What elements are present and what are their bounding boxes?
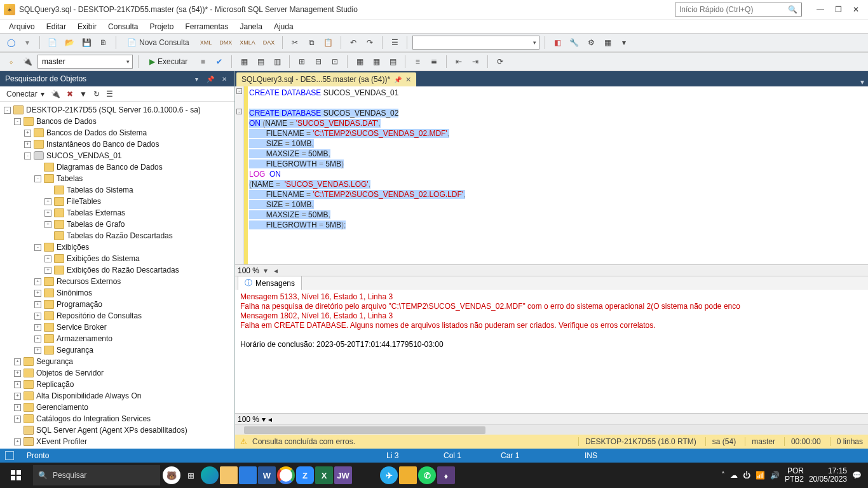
menu-projeto[interactable]: Projeto [144,21,179,32]
tree-node[interactable]: +Armazenamento [1,333,233,344]
close-button[interactable]: ✕ [848,3,864,17]
query-type3-icon[interactable]: XMLA [237,36,258,50]
minimize-button[interactable]: ― [812,3,829,17]
expand-icon[interactable]: + [14,370,21,377]
tree-node[interactable]: Diagramas de Banco de Dados [1,161,233,173]
dropdown-icon[interactable]: ▾ [191,76,201,83]
tree-node[interactable]: +Programação [1,299,233,310]
tab-left-icon[interactable]: ⇤ [452,55,466,69]
copy-icon[interactable]: ⧉ [304,36,318,50]
expand-icon[interactable]: + [34,290,41,297]
tree-node[interactable]: +Repositório de Consultas [1,310,233,322]
open-file-icon[interactable]: 📂 [62,36,77,50]
expand-icon[interactable]: + [14,416,21,423]
menu-ferramentas[interactable]: Ferramentas [180,21,233,32]
explorer-icon[interactable] [220,466,238,484]
results-grid-icon[interactable]: ⊞ [295,55,309,69]
outdent-icon[interactable]: ≡ [410,55,424,69]
pin-tab-icon[interactable]: 📌 [394,76,402,83]
menu-editar[interactable]: Editar [41,21,71,32]
tree-node[interactable]: -Exibições [1,241,233,253]
whatsapp-icon[interactable]: ✆ [418,466,436,484]
forward-button[interactable]: ▾ [20,36,34,50]
tree-node[interactable]: -Bancos de Dados [1,116,233,127]
expand-icon[interactable]: + [24,130,31,137]
connect-button[interactable]: Conectar ▾ [4,90,46,98]
expand-icon[interactable]: - [24,152,31,159]
execute-button[interactable]: ▶ Executar [144,55,193,69]
tree-node[interactable]: SQL Server Agent (Agent XPs desabilitado… [1,424,233,436]
expand-icon[interactable]: + [34,347,41,354]
refresh-tree-icon[interactable]: ↻ [92,90,101,98]
stats-icon[interactable]: ▥ [270,55,284,69]
menu-arquivo[interactable]: Arquivo [4,21,40,32]
stop-icon[interactable]: ✖ [65,90,74,98]
expand-icon[interactable]: - [4,107,11,114]
expand-icon[interactable]: + [14,404,21,411]
include-plan-icon[interactable]: ▤ [254,55,268,69]
scroll-left-icon[interactable]: ◂ [272,266,280,275]
tree-node[interactable]: +Alta Disponibilidade Always On [1,390,233,402]
expand-icon[interactable]: + [34,313,41,320]
tree-node[interactable]: +Gerenciamento [1,402,233,413]
tree-node[interactable]: +Sinônimos [1,287,233,299]
redo-icon[interactable]: ↷ [363,36,377,50]
tree-node[interactable]: +Exibições do Razão Descartadas [1,264,233,276]
expand-icon[interactable]: + [14,438,21,445]
expand-icon[interactable]: - [34,244,41,251]
expand-icon[interactable]: + [14,393,21,400]
save-all-icon[interactable]: 🗎 [97,36,111,50]
taskbar-search[interactable]: 🔍 Pesquisar [33,465,160,485]
task-view-icon[interactable]: ⊞ [182,466,200,484]
tree-node[interactable]: -Tabelas [1,173,233,184]
save-icon[interactable]: 💾 [79,36,94,50]
results-text-icon[interactable]: ⊟ [311,55,325,69]
ext5-icon[interactable]: ▾ [617,36,631,50]
restore-button[interactable]: ❐ [830,3,846,17]
volume-icon[interactable]: 🔊 [770,471,780,480]
expand-icon[interactable]: + [34,324,41,331]
refresh-icon[interactable]: ⟳ [493,55,507,69]
tray-up-icon[interactable]: ˄ [721,471,725,480]
indent-icon[interactable]: ▤ [386,55,400,69]
tree-node[interactable]: +Tabelas de Grafo [1,219,233,230]
tree-node[interactable]: -SUCOS_VENDAS_01 [1,150,233,161]
ext1-icon[interactable]: ◧ [550,36,564,50]
expand-icon[interactable]: + [34,301,41,308]
expand-icon[interactable]: + [14,358,21,365]
tree-node[interactable]: +Service Broker [1,322,233,333]
jw-icon[interactable]: JW [334,466,352,484]
query-type4-icon[interactable]: DAX [261,36,278,50]
expand-icon[interactable]: + [14,381,21,388]
chrome-icon[interactable] [277,466,295,484]
filter2-icon[interactable]: ☰ [105,90,114,98]
store-icon[interactable] [239,466,257,484]
tabs-overflow-icon[interactable]: ▾ [857,78,868,86]
plan-icon[interactable]: ▦ [237,55,251,69]
document-tab[interactable]: SQLQuery3.sql - DES...55.master (sa (54)… [236,72,416,86]
expand-icon[interactable]: + [44,198,51,205]
back-button[interactable]: ◯ [4,36,18,50]
cortana-icon[interactable]: 🐻 [163,466,180,484]
messages-panel[interactable]: Mensagem 5133, Nível 16, Estado 1, Linha… [235,290,868,413]
query-type2-icon[interactable]: DMX [217,36,234,50]
ext3-icon[interactable]: ⚙ [584,36,598,50]
expand-icon[interactable]: + [34,336,41,342]
tree-node[interactable]: Tabelas do Razão Descartadas [1,230,233,241]
filter-icon[interactable]: ▼ [78,90,88,98]
disconnect-icon[interactable]: 🔌 [50,90,62,98]
expand-icon[interactable]: - [34,175,41,182]
uncomment-icon[interactable]: ▦ [369,55,383,69]
tree-node[interactable]: +Bancos de Dados do Sistema [1,127,233,139]
specify-icon[interactable]: ≣ [427,55,441,69]
expand-icon[interactable]: + [44,267,51,274]
messages-tab[interactable]: ⓘ Mensagens [238,276,302,290]
menu-ajuda[interactable]: Ajuda [269,21,299,32]
new-query-button[interactable]: 📄 Nova Consulta [121,36,195,50]
tree-node[interactable]: +FileTables [1,196,233,207]
app1-icon[interactable] [399,466,417,484]
parse-icon[interactable]: ✔ [212,55,226,69]
tree-node[interactable]: +Tabelas Externas [1,207,233,219]
zoom-dropdown-icon[interactable]: ▾ [262,266,269,275]
tree-node[interactable]: +Recursos Externos [1,276,233,287]
